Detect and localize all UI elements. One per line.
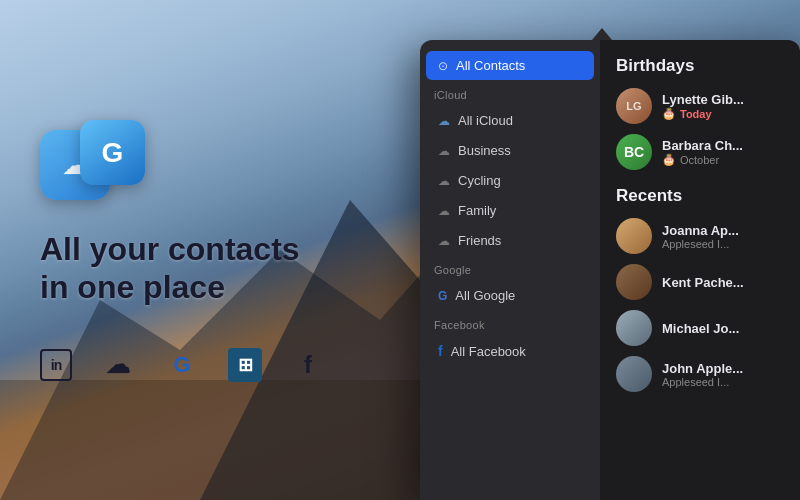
- john-name: John Apple...: [662, 361, 784, 376]
- app-icon-stack: ☁ G: [40, 120, 160, 200]
- google-icon: G: [438, 289, 447, 303]
- business-label: Business: [458, 143, 511, 158]
- birthday-cake-icon-2: 🎂: [662, 153, 676, 166]
- linkedin-icon: in: [40, 349, 72, 381]
- business-icon: ☁: [438, 144, 450, 158]
- joanna-avatar: [616, 218, 652, 254]
- recents-section: Recents Joanna Ap... Appleseed I... Kent…: [616, 186, 784, 392]
- facebook-icon: f: [290, 347, 326, 383]
- service-icons-row: in ☁ G ⊞ f: [40, 347, 326, 383]
- main-panel: Birthdays LG Lynette Gib... 🎂 Today BC B…: [600, 40, 800, 500]
- lynette-sub: 🎂 Today: [662, 107, 784, 120]
- all-icloud-label: All iCloud: [458, 113, 513, 128]
- birthdays-title: Birthdays: [616, 56, 784, 76]
- barbara-avatar: BC: [616, 134, 652, 170]
- sidebar-item-business[interactable]: ☁ Business: [426, 136, 594, 165]
- g-letter-icon: G: [102, 137, 124, 169]
- all-contacts-icon: ⊙: [438, 59, 448, 73]
- cycling-label: Cycling: [458, 173, 501, 188]
- facebook-section-label: Facebook: [420, 311, 600, 335]
- recent-contact-2[interactable]: Kent Pache...: [616, 264, 784, 300]
- joanna-name: Joanna Ap...: [662, 223, 784, 238]
- recent-contact-3[interactable]: Michael Jo...: [616, 310, 784, 346]
- recents-title: Recents: [616, 186, 784, 206]
- sidebar-item-all-facebook[interactable]: f All Facebook: [426, 336, 594, 366]
- icloud-icon: ☁: [438, 114, 450, 128]
- all-facebook-label: All Facebook: [451, 344, 526, 359]
- recent-contact-4[interactable]: John Apple... Appleseed I...: [616, 356, 784, 392]
- october-text: October: [680, 154, 719, 166]
- friends-icon: ☁: [438, 234, 450, 248]
- google-section-label: Google: [420, 256, 600, 280]
- barbara-info: Barbara Ch... 🎂 October: [662, 138, 784, 166]
- headline-line1: All your contacts: [40, 230, 326, 268]
- sidebar: ⊙ All Contacts iCloud ☁ All iCloud ☁ Bus…: [420, 40, 600, 500]
- icloud-section-label: iCloud: [420, 81, 600, 105]
- google-service-icon: G: [164, 347, 200, 383]
- birthday-cake-icon: 🎂: [662, 107, 676, 120]
- all-google-label: All Google: [455, 288, 515, 303]
- sidebar-item-all-icloud[interactable]: ☁ All iCloud: [426, 106, 594, 135]
- window-notch: [592, 28, 612, 40]
- sidebar-item-cycling[interactable]: ☁ Cycling: [426, 166, 594, 195]
- all-contacts-label: All Contacts: [456, 58, 525, 73]
- exchange-icon: ⊞: [228, 348, 262, 382]
- lynette-info: Lynette Gib... 🎂 Today: [662, 92, 784, 120]
- cycling-icon: ☁: [438, 174, 450, 188]
- michael-name: Michael Jo...: [662, 321, 784, 336]
- joanna-sub: Appleseed I...: [662, 238, 784, 250]
- lynette-name: Lynette Gib...: [662, 92, 784, 107]
- cloud-service-icon: ☁: [100, 347, 136, 383]
- john-info: John Apple... Appleseed I...: [662, 361, 784, 388]
- birthday-contact-2[interactable]: BC Barbara Ch... 🎂 October: [616, 134, 784, 170]
- barbara-name: Barbara Ch...: [662, 138, 784, 153]
- sidebar-item-all-google[interactable]: G All Google: [426, 281, 594, 310]
- birthday-contact-1[interactable]: LG Lynette Gib... 🎂 Today: [616, 88, 784, 124]
- sidebar-item-friends[interactable]: ☁ Friends: [426, 226, 594, 255]
- kent-name: Kent Pache...: [662, 275, 784, 290]
- barbara-sub: 🎂 October: [662, 153, 784, 166]
- sidebar-item-all-contacts[interactable]: ⊙ All Contacts: [426, 51, 594, 80]
- headline-line2: in one place: [40, 268, 326, 306]
- john-sub: Appleseed I...: [662, 376, 784, 388]
- family-icon: ☁: [438, 204, 450, 218]
- left-content-area: ☁ G All your contacts in one place in ☁ …: [40, 120, 326, 383]
- recent-contact-1[interactable]: Joanna Ap... Appleseed I...: [616, 218, 784, 254]
- kent-avatar: [616, 264, 652, 300]
- joanna-info: Joanna Ap... Appleseed I...: [662, 223, 784, 250]
- facebook-icon: f: [438, 343, 443, 359]
- sidebar-item-family[interactable]: ☁ Family: [426, 196, 594, 225]
- kent-info: Kent Pache...: [662, 275, 784, 290]
- headline: All your contacts in one place: [40, 230, 326, 307]
- michael-info: Michael Jo...: [662, 321, 784, 336]
- today-badge: Today: [680, 108, 712, 120]
- michael-avatar: [616, 310, 652, 346]
- john-avatar: [616, 356, 652, 392]
- app-icon-front: G: [80, 120, 145, 185]
- lynette-avatar: LG: [616, 88, 652, 124]
- friends-label: Friends: [458, 233, 501, 248]
- app-window: ⊙ All Contacts iCloud ☁ All iCloud ☁ Bus…: [420, 40, 800, 500]
- family-label: Family: [458, 203, 496, 218]
